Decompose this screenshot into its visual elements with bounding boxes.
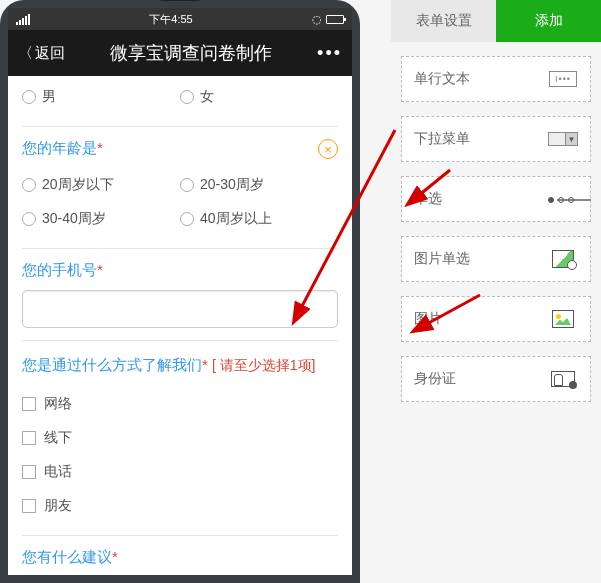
nav-bar: 〈 返回 微享宝调查问卷制作 •••	[8, 30, 352, 76]
back-button[interactable]: 〈 返回	[18, 44, 65, 63]
phone-input[interactable]	[22, 290, 338, 328]
radio-option[interactable]: 20周岁以下	[22, 168, 180, 202]
tab-form-settings[interactable]: 表单设置	[391, 0, 496, 42]
option-label: 20-30周岁	[200, 176, 264, 194]
more-button[interactable]: •••	[317, 43, 342, 64]
radio-icon	[180, 212, 194, 226]
widget-list: 单行文本 I••• 下拉菜单 ▼ 单选 图片单选 图片 身份证	[391, 42, 601, 430]
checkbox-icon	[22, 499, 36, 513]
widget-image[interactable]: 图片	[401, 296, 591, 342]
question-phone: 您的手机号*	[22, 249, 338, 341]
widget-label: 单行文本	[414, 70, 470, 88]
option-label: 30-40周岁	[42, 210, 106, 228]
status-time: 下午4:55	[30, 12, 312, 27]
question-age: 您的年龄是* × 20周岁以下 20-30周岁 30-40周岁 40周岁以上	[22, 127, 338, 249]
text-input-icon: I•••	[548, 69, 578, 89]
required-asterisk: *	[112, 548, 118, 565]
status-right: ◌	[312, 13, 344, 26]
tab-row: 表单设置 添加	[391, 0, 601, 42]
close-icon: ×	[324, 142, 332, 157]
widget-idcard[interactable]: 身份证	[401, 356, 591, 402]
status-signal	[16, 14, 30, 25]
chevron-left-icon: 〈	[18, 44, 33, 63]
widget-label: 图片单选	[414, 250, 470, 268]
checkbox-option[interactable]: 朋友	[22, 489, 338, 523]
radio-icon	[22, 90, 36, 104]
checkbox-option[interactable]: 电话	[22, 455, 338, 489]
idcard-icon	[548, 369, 578, 389]
signal-icon	[16, 14, 30, 25]
widget-label: 图片	[414, 310, 442, 328]
checkbox-option[interactable]: 网络	[22, 387, 338, 421]
widget-select[interactable]: 下拉菜单 ▼	[401, 116, 591, 162]
radio-icon	[22, 212, 36, 226]
question-title: 您的年龄是* ×	[22, 139, 338, 158]
question-hint: [ 请至少选择1项]	[212, 357, 315, 373]
select-icon: ▼	[548, 129, 578, 149]
radio-option[interactable]: 男	[22, 80, 180, 114]
phone-screen: 下午4:55 ◌ 〈 返回 微享宝调查问卷制作 ••• 男 女	[8, 8, 352, 575]
radio-list-icon	[548, 189, 578, 209]
checkbox-icon	[22, 465, 36, 479]
option-label: 40周岁以上	[200, 210, 272, 228]
radio-icon	[22, 178, 36, 192]
widget-radio[interactable]: 单选	[401, 176, 591, 222]
required-asterisk: *	[202, 356, 208, 373]
image-icon	[548, 309, 578, 329]
phone-speaker	[160, 0, 200, 1]
form-body[interactable]: 男 女 您的年龄是* × 20周岁以下 20-30周岁 30-40周岁 40周岁…	[8, 76, 352, 575]
option-label: 男	[42, 88, 56, 106]
question-title: 您的手机号*	[22, 261, 338, 280]
loading-icon: ◌	[312, 13, 322, 26]
question-gender: 男 女	[22, 76, 338, 127]
radio-option[interactable]: 女	[180, 80, 338, 114]
widget-text[interactable]: 单行文本 I•••	[401, 56, 591, 102]
radio-option[interactable]: 20-30周岁	[180, 168, 338, 202]
radio-icon	[180, 178, 194, 192]
option-label: 线下	[44, 429, 72, 447]
option-label: 20周岁以下	[42, 176, 114, 194]
required-asterisk: *	[97, 139, 103, 156]
question-title: 您是通过什么方式了解我们* [ 请至少选择1项]	[22, 353, 338, 377]
widget-label: 身份证	[414, 370, 456, 388]
radio-option[interactable]: 40周岁以上	[180, 202, 338, 236]
radio-icon	[180, 90, 194, 104]
widget-imgradio[interactable]: 图片单选	[401, 236, 591, 282]
checkbox-icon	[22, 397, 36, 411]
delete-question-button[interactable]: ×	[318, 139, 338, 159]
back-label: 返回	[35, 44, 65, 63]
image-radio-icon	[548, 249, 578, 269]
question-suggest: 您有什么建议*	[22, 536, 338, 575]
option-label: 电话	[44, 463, 72, 481]
required-asterisk: *	[97, 261, 103, 278]
option-label: 朋友	[44, 497, 72, 515]
widget-label: 单选	[414, 190, 442, 208]
question-source: 您是通过什么方式了解我们* [ 请至少选择1项] 网络 线下 电话 朋友	[22, 341, 338, 536]
question-title: 您有什么建议*	[22, 548, 338, 567]
widget-label: 下拉菜单	[414, 130, 470, 148]
status-bar: 下午4:55 ◌	[8, 8, 352, 30]
phone-frame: 下午4:55 ◌ 〈 返回 微享宝调查问卷制作 ••• 男 女	[0, 0, 360, 583]
checkbox-option[interactable]: 线下	[22, 421, 338, 455]
page-title: 微享宝调查问卷制作	[65, 41, 317, 65]
radio-option[interactable]: 30-40周岁	[22, 202, 180, 236]
right-panel: 表单设置 添加 单行文本 I••• 下拉菜单 ▼ 单选 图片单选 图片 身份证	[391, 0, 601, 430]
option-label: 女	[200, 88, 214, 106]
tab-add[interactable]: 添加	[496, 0, 601, 42]
checkbox-icon	[22, 431, 36, 445]
battery-icon	[326, 15, 344, 24]
option-label: 网络	[44, 395, 72, 413]
